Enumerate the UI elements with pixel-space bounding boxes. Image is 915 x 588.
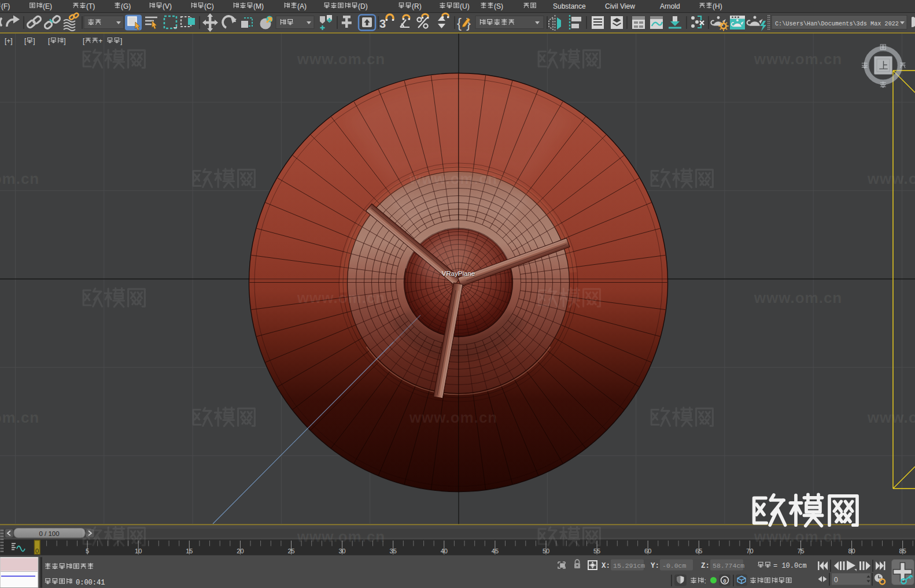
svg-text:65: 65: [695, 548, 702, 554]
svg-text:Substance: Substance: [553, 2, 586, 10]
svg-text:www.om.cn: www.om.cn: [409, 170, 498, 187]
svg-text:www.om.cn: www.om.cn: [867, 170, 915, 187]
svg-text:3: 3: [379, 17, 386, 30]
svg-text:VRayPlane: VRayPlane: [442, 270, 475, 277]
svg-text:(V): (V): [163, 2, 172, 10]
svg-text:58.774cm: 58.774cm: [713, 562, 744, 569]
svg-text:0: 0: [35, 548, 39, 554]
svg-text:55: 55: [593, 548, 600, 554]
svg-text:www.om.cn: www.om.cn: [0, 409, 39, 426]
svg-text:(D): (D): [358, 2, 368, 10]
svg-text:]: ]: [33, 37, 35, 45]
svg-text:0 / 100: 0 / 100: [39, 530, 59, 537]
svg-text:60: 60: [644, 548, 651, 554]
svg-text:]: ]: [64, 37, 65, 45]
svg-text:www.om.cn: www.om.cn: [297, 528, 386, 545]
svg-text:C:\Users\Han\Documents\3ds Max: C:\Users\Han\Documents\3ds Max 2022: [775, 21, 899, 27]
svg-text:0: 0: [723, 578, 726, 584]
svg-text:70: 70: [746, 548, 753, 554]
svg-text:20: 20: [237, 548, 243, 554]
svg-text:{: {: [457, 15, 462, 31]
svg-text:(S): (S): [494, 2, 503, 10]
svg-text:75: 75: [797, 548, 804, 554]
svg-text:(E): (E): [43, 2, 52, 10]
svg-text:]: ]: [120, 37, 122, 45]
svg-text:www.om.cn: www.om.cn: [754, 528, 843, 545]
svg-text:(H): (H): [713, 2, 722, 10]
svg-text:35: 35: [390, 548, 397, 554]
svg-text:www.om.cn: www.om.cn: [867, 409, 915, 426]
svg-text:15: 15: [186, 548, 193, 554]
svg-text:-0.0cm: -0.0cm: [662, 562, 687, 569]
svg-text:80: 80: [848, 548, 855, 554]
svg-text:40: 40: [441, 548, 448, 554]
svg-text:(C): (C): [204, 2, 214, 10]
svg-text:0:00:41: 0:00:41: [76, 579, 105, 587]
svg-text:Arnold: Arnold: [660, 2, 680, 10]
svg-text:(G): (G): [121, 2, 131, 10]
svg-text:= 10.0cm: = 10.0cm: [773, 562, 807, 570]
svg-text:85: 85: [899, 548, 906, 554]
svg-text:25: 25: [287, 548, 294, 554]
svg-text:Z:: Z:: [701, 562, 710, 570]
svg-text:X:: X:: [602, 562, 610, 570]
svg-text:(F): (F): [1, 2, 10, 10]
svg-text:(M): (M): [253, 2, 264, 10]
svg-text:www.om.cn: www.om.cn: [297, 289, 386, 306]
svg-text:0: 0: [834, 576, 838, 584]
svg-text:10: 10: [135, 548, 142, 554]
svg-text:www.om.cn: www.om.cn: [754, 289, 843, 306]
svg-text:www.om.cn: www.om.cn: [754, 50, 843, 68]
svg-text:(T): (T): [86, 2, 95, 10]
svg-text:15.291cm: 15.291cm: [613, 562, 645, 569]
svg-text:(A): (A): [297, 2, 307, 10]
svg-text:(U): (U): [460, 2, 470, 10]
svg-text:www.om.cn: www.om.cn: [297, 50, 386, 68]
svg-text:45: 45: [492, 548, 499, 554]
svg-text:50: 50: [543, 548, 549, 554]
svg-text::: :: [704, 577, 706, 585]
svg-text:Civil View: Civil View: [605, 2, 635, 10]
svg-text:Y:: Y:: [651, 562, 659, 570]
svg-text:+: +: [98, 37, 102, 45]
svg-text:[+]: [+]: [5, 37, 13, 45]
svg-text:(R): (R): [412, 2, 422, 10]
svg-text:www.om.cn: www.om.cn: [409, 409, 498, 426]
svg-text:5: 5: [86, 548, 89, 554]
svg-text:30: 30: [338, 548, 345, 554]
svg-text:www.om.cn: www.om.cn: [0, 170, 39, 187]
